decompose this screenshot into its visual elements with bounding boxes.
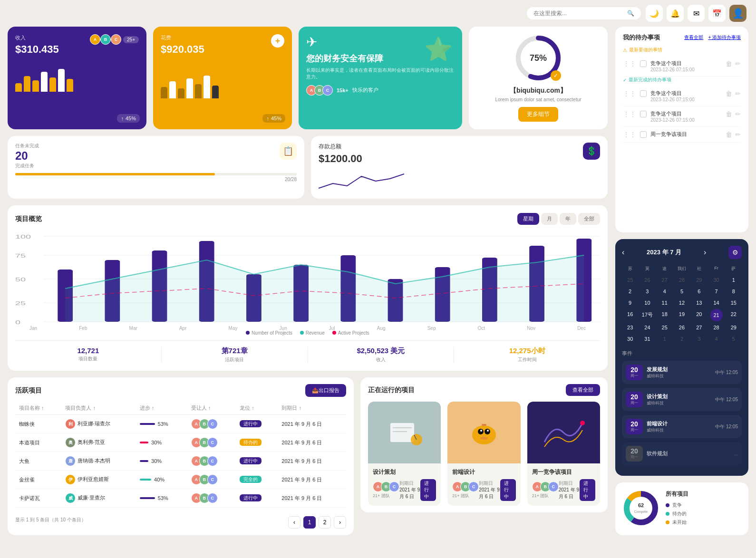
mail-btn[interactable]: ✉ bbox=[688, 5, 705, 22]
prev-page-btn[interactable]: ‹ bbox=[288, 516, 300, 529]
cal-day-26-prev[interactable]: 26 bbox=[639, 275, 655, 285]
cal-day-13[interactable]: 13 bbox=[691, 298, 707, 308]
cal-day-9[interactable]: 9 bbox=[622, 298, 638, 308]
cell-status-3: 完全的 bbox=[236, 471, 278, 489]
cal-day-28-prev[interactable]: 28 bbox=[674, 275, 690, 285]
tab-month[interactable]: 月 bbox=[541, 213, 558, 225]
todo-edit-2[interactable]: ✏ bbox=[735, 90, 741, 97]
cal-next-btn[interactable]: › bbox=[704, 248, 706, 257]
cal-day-5-next[interactable]: 5 bbox=[726, 334, 742, 344]
svg-text:100: 100 bbox=[15, 234, 31, 240]
cal-day-30-prev[interactable]: 30 bbox=[708, 275, 724, 285]
todo-edit-4[interactable]: ✏ bbox=[735, 131, 741, 138]
cal-day-25[interactable]: 25 bbox=[657, 322, 673, 333]
todo-edit-1[interactable]: ✏ bbox=[735, 60, 741, 67]
revenue-amount: $310.435 bbox=[15, 43, 139, 56]
cell-date-2: 2021 年 9 月 6 日 bbox=[278, 452, 346, 471]
dark-mode-btn[interactable]: 🌙 bbox=[646, 5, 663, 22]
event-1-sub: 威特科技 bbox=[647, 373, 711, 379]
todo-delete-3[interactable]: 🗑 bbox=[726, 110, 732, 118]
todo-edit-3[interactable]: ✏ bbox=[735, 110, 741, 118]
next-page-btn[interactable]: › bbox=[334, 516, 346, 529]
cal-day-20[interactable]: 20 bbox=[691, 309, 707, 321]
cal-day-25-prev[interactable]: 25 bbox=[622, 275, 638, 285]
todo-delete-4[interactable]: 🗑 bbox=[726, 131, 732, 138]
cal-day-14[interactable]: 14 bbox=[708, 298, 724, 308]
tab-all[interactable]: 全部 bbox=[578, 213, 600, 225]
tab-week[interactable]: 星期 bbox=[517, 213, 539, 225]
cal-day-29[interactable]: 29 bbox=[726, 322, 742, 333]
view-all-button[interactable]: 查看全部 bbox=[566, 384, 600, 396]
detail-button[interactable]: 更多细节 bbox=[518, 107, 558, 122]
cell-name-2: 大鱼 bbox=[15, 452, 61, 471]
search-box[interactable]: 🔍 bbox=[527, 7, 641, 19]
todo-checkbox-3[interactable] bbox=[640, 111, 647, 117]
cal-day-7[interactable]: 7 bbox=[708, 286, 724, 297]
page-2-btn[interactable]: 2 bbox=[319, 516, 331, 529]
cal-day-28[interactable]: 28 bbox=[708, 322, 724, 333]
todo-checkbox-2[interactable] bbox=[640, 90, 647, 97]
table-row: 本道项目 奥 奥利弗·范亚 30% A B C 待办的 2021 年 9 月 6… bbox=[15, 433, 346, 452]
donut-label-2: 待办的 bbox=[672, 510, 687, 517]
cal-day-4[interactable]: 4 bbox=[657, 286, 673, 297]
bar-2 bbox=[24, 76, 30, 92]
savings-icon: 💲 bbox=[583, 143, 600, 160]
cal-day-24[interactable]: 24 bbox=[639, 322, 655, 333]
cal-day-21-today[interactable]: 21 bbox=[710, 309, 723, 321]
calendar-btn[interactable]: 📅 bbox=[708, 5, 726, 22]
cal-day-15[interactable]: 15 bbox=[726, 298, 742, 308]
cal-day-27-prev[interactable]: 27 bbox=[657, 275, 673, 285]
drag-handle-2[interactable]: ⋮⋮ bbox=[623, 90, 636, 97]
cal-day-5[interactable]: 5 bbox=[674, 286, 690, 297]
cal-day-26[interactable]: 26 bbox=[674, 322, 690, 333]
drag-handle-1[interactable]: ⋮⋮ bbox=[623, 60, 636, 67]
drag-handle-4[interactable]: ⋮⋮ bbox=[623, 131, 636, 138]
event-3-sub: 威特科技 bbox=[647, 427, 711, 433]
cal-day-10[interactable]: 10 bbox=[639, 298, 655, 308]
todo-view-all[interactable]: 查看全部 bbox=[684, 34, 703, 41]
cal-day-22[interactable]: 22 bbox=[726, 309, 742, 321]
notifications-btn[interactable]: 🔔 bbox=[667, 5, 684, 22]
cal-prev-btn[interactable]: ‹ bbox=[622, 248, 624, 257]
cal-day-19[interactable]: 19 bbox=[674, 309, 690, 321]
cal-day-3-next[interactable]: 3 bbox=[691, 334, 707, 344]
export-button[interactable]: 📤出口报告 bbox=[305, 384, 346, 397]
cal-day-17[interactable]: 17号 bbox=[639, 309, 655, 321]
cal-day-11[interactable]: 11 bbox=[657, 298, 673, 308]
cal-day-2-next[interactable]: 2 bbox=[674, 334, 690, 344]
todo-add[interactable]: + 添加待办事项 bbox=[708, 34, 741, 41]
event-4-num: 20 bbox=[628, 448, 641, 454]
cal-settings-btn[interactable]: ⚙ bbox=[728, 246, 742, 259]
tab-year[interactable]: 年 bbox=[560, 213, 576, 225]
cell-manager-0: 利 利亚娜·瑞查尔 bbox=[61, 415, 136, 433]
cal-day-30[interactable]: 30 bbox=[622, 334, 638, 344]
cal-day-6[interactable]: 6 bbox=[691, 286, 707, 297]
cal-day-4-next[interactable]: 4 bbox=[708, 334, 724, 344]
todo-checkbox-1[interactable] bbox=[640, 60, 647, 67]
cal-day-27[interactable]: 27 bbox=[691, 322, 707, 333]
cal-day-31[interactable]: 31 bbox=[639, 334, 655, 344]
search-input[interactable] bbox=[533, 10, 623, 17]
add-expense-btn[interactable]: + bbox=[271, 34, 284, 48]
drag-handle-3[interactable]: ⋮⋮ bbox=[623, 110, 636, 118]
cal-day-23[interactable]: 23 bbox=[622, 322, 638, 333]
event-2-name: 设计策划 bbox=[647, 393, 711, 400]
cal-day-8[interactable]: 8 bbox=[726, 286, 742, 297]
cal-day-1-next[interactable]: 1 bbox=[657, 334, 673, 344]
user-avatar[interactable]: 👤 bbox=[729, 5, 746, 22]
event-3-num: 20 bbox=[628, 421, 641, 427]
todo-delete-1[interactable]: 🗑 bbox=[726, 60, 732, 67]
revenue-bar-chart bbox=[15, 63, 139, 92]
cal-day-12[interactable]: 12 bbox=[674, 298, 690, 308]
cal-day-29-prev[interactable]: 29 bbox=[691, 275, 707, 285]
cell-assignee-2: A B C bbox=[187, 452, 236, 471]
page-1-btn[interactable]: 1 bbox=[303, 516, 316, 529]
cal-day-1[interactable]: 1 bbox=[726, 275, 742, 285]
cell-name-0: 蜘蛛侠 bbox=[15, 415, 61, 433]
cal-day-2[interactable]: 2 bbox=[622, 286, 638, 297]
todo-checkbox-4[interactable] bbox=[640, 131, 647, 138]
cal-day-16[interactable]: 16 bbox=[622, 309, 638, 321]
cal-day-3[interactable]: 3 bbox=[639, 286, 655, 297]
todo-delete-2[interactable]: 🗑 bbox=[726, 90, 732, 97]
cal-day-18[interactable]: 18 bbox=[657, 309, 673, 321]
